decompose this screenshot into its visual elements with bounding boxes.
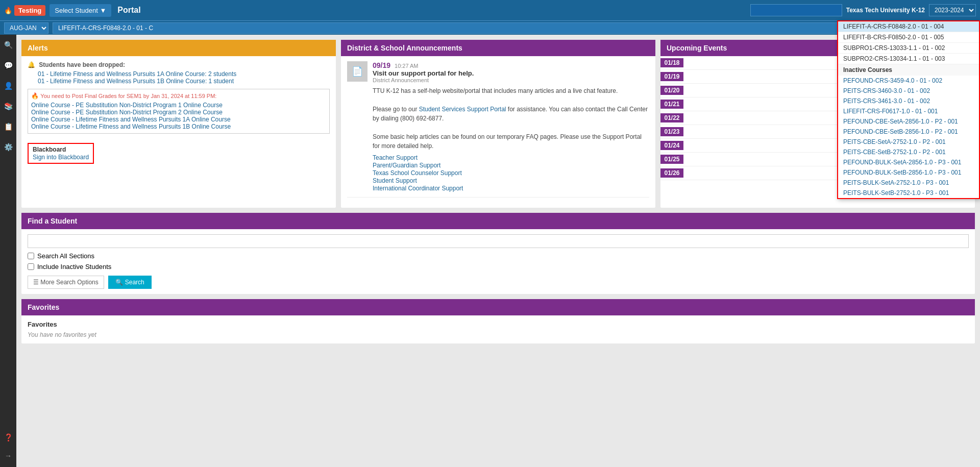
deadline-title: You need to Post Final Grades for SEM1 b…: [40, 93, 216, 99]
alert-dropped: 🔔 Students have been dropped: 01 - Lifet…: [28, 61, 330, 85]
dropped-link-2[interactable]: 01 - Lifetime Fitness and Wellness Pursu…: [38, 78, 234, 85]
sidebar: 🔍 💬 👤 📚 📋 ⚙️ ❓ →: [0, 35, 16, 467]
favorites-card: Favorites Favorites You have no favorite…: [21, 299, 975, 343]
counselor-support-link[interactable]: Texas School Counselor Support: [373, 169, 462, 177]
deadline-link-4[interactable]: Online Course - Lifetime Fitness and Wel…: [31, 123, 231, 130]
deadline-link-2[interactable]: Online Course - PE Substitution Non-Dist…: [31, 109, 223, 116]
event-date-0119: 01/19: [660, 72, 683, 81]
ann-type: District Announcement: [373, 77, 649, 83]
include-inactive-row: Include Inactive Students: [28, 263, 969, 271]
dropdown-inactive-9[interactable]: PEFOUND-BULK-SetA-2856-1.0 - P3 - 001: [838, 157, 979, 167]
testing-badge: Testing: [14, 5, 45, 16]
blackboard-link[interactable]: Sign into Blackboard: [33, 154, 89, 161]
include-inactive-checkbox[interactable]: [28, 263, 34, 270]
favorites-body: Favorites You have no favorites yet: [21, 315, 975, 343]
list-icon: ☰: [33, 279, 39, 286]
alerts-body: 🔔 Students have been dropped: 01 - Lifet…: [21, 56, 336, 169]
favorites-subtitle: Favorites: [28, 321, 969, 328]
year-dropdown[interactable]: 2023-2024: [929, 4, 976, 16]
course-dropdown-panel: LIFEFIT-A-CRS-F0848-2.0 - 01 - 004 LIFEF…: [837, 20, 980, 199]
event-date-0123: 01/23: [660, 127, 683, 136]
portal-label: Portal: [117, 6, 140, 15]
sidebar-icon-book[interactable]: 📚: [2, 100, 14, 112]
announcement-item-1: 📄 09/19 10:27 AM Visit our support porta…: [347, 61, 649, 198]
sidebar-icon-search[interactable]: 🔍: [2, 39, 14, 51]
sidebar-icon-chat[interactable]: 💬: [2, 59, 14, 71]
three-col-section: Alerts 🔔 Students have been dropped: 01 …: [21, 40, 975, 208]
more-options-button[interactable]: ☰ More Search Options: [28, 276, 104, 289]
alerts-card: Alerts 🔔 Students have been dropped: 01 …: [21, 40, 336, 208]
search-button[interactable]: 🔍 Search: [108, 276, 152, 289]
select-student-button[interactable]: Select Student ▼: [50, 4, 111, 17]
announcements-card: District & School Announcements 📄 09/19 …: [341, 40, 655, 208]
blackboard-box: Blackboard Sign into Blackboard: [28, 143, 94, 164]
dropdown-item-lifefit-a[interactable]: LIFEFIT-A-CRS-F0848-2.0 - 01 - 004: [838, 21, 979, 32]
dropdown-inactive-7[interactable]: PEITS-CBE-SetA-2752-1.0 - P2 - 001: [838, 137, 979, 147]
dropdown-inactive-12[interactable]: PEITS-BULK-SetB-2752-1.0 - P3 - 001: [838, 188, 979, 198]
dropped-title: Students have been dropped:: [39, 61, 125, 68]
bell-icon: 🔔: [28, 61, 35, 68]
dropdown-inactive-6[interactable]: PEFOUND-CBE-SetB-2856-1.0 - P2 - 001: [838, 127, 979, 137]
institution-label: Texas Tech University K-12: [846, 7, 925, 14]
dropdown-inactive-11[interactable]: PEITS-BULK-SetA-2752-1.0 - P3 - 001: [838, 178, 979, 188]
announcement-content: 09/19 10:27 AM Visit our support portal …: [373, 61, 649, 192]
dropdown-inactive-2[interactable]: PEITS-CRS-3460-3.0 - 01 - 002: [838, 86, 979, 96]
find-student-card: Find a Student Search All Sections Inclu…: [21, 213, 975, 294]
event-date-0124: 01/24: [660, 141, 683, 150]
event-date-0120: 01/20: [660, 86, 683, 95]
dropdown-inactive-3[interactable]: PEITS-CRS-3461-3.0 - 01 - 002: [838, 96, 979, 106]
main-layout: 🔍 💬 👤 📚 📋 ⚙️ ❓ → Alerts 🔔 Students have …: [0, 35, 980, 467]
sidebar-icon-arrow[interactable]: →: [2, 450, 14, 462]
student-services-link[interactable]: Student Services Support Portal: [419, 106, 506, 113]
search-input-row: [28, 234, 969, 248]
aug-jan-select[interactable]: AUG-JAN: [4, 22, 48, 34]
parent-support-link[interactable]: Parent/Guardian Support: [373, 162, 440, 169]
intl-support-link[interactable]: International Coordinator Support: [373, 185, 463, 192]
event-date-0121: 01/21: [660, 100, 683, 109]
deadline-link-1[interactable]: Online Course - PE Substitution Non-Dist…: [31, 102, 223, 109]
search-all-sections-checkbox[interactable]: [28, 253, 34, 259]
dropped-link-1[interactable]: 01 - Lifetime Fitness and Wellness Pursu…: [38, 70, 236, 78]
top-bar: 🔥 Testing Select Student ▼ Portal Texas …: [0, 0, 980, 20]
sidebar-icon-user[interactable]: 👤: [2, 80, 14, 92]
second-bar: AUG-JAN LIFEFIT-A-CRS-F0848-2.0 - 01 - C: [0, 20, 980, 35]
dropdown-item-subpro2[interactable]: SUBPRO2-CRS-13034-1.1 - 01 - 003: [838, 54, 979, 64]
find-student-input[interactable]: [28, 234, 969, 248]
ann-links: Teacher Support Parent/Guardian Support …: [373, 154, 649, 192]
top-bar-right: Texas Tech University K-12 2023-2024: [750, 4, 976, 16]
dropdown-item-subpro1[interactable]: SUBPRO1-CRS-13033-1.1 - 01 - 002: [838, 43, 979, 54]
sidebar-icon-settings[interactable]: ⚙️: [2, 141, 14, 153]
deadline-link-3[interactable]: Online Course - Lifetime Fitness and Wel…: [31, 116, 231, 123]
event-date-0118: 01/18: [660, 58, 683, 67]
sidebar-bottom: ❓ →: [2, 431, 14, 467]
dropdown-inactive-1[interactable]: PEFOUND-CRS-3459-4.0 - 01 - 002: [838, 76, 979, 86]
teacher-support-link[interactable]: Teacher Support: [373, 154, 418, 161]
ann-title: Visit our support portal for help.: [373, 69, 649, 77]
dropdown-item-lifefit-b[interactable]: LIFEFIT-B-CRS-F0850-2.0 - 01 - 005: [838, 32, 979, 43]
favorites-empty: You have no favorites yet: [28, 331, 969, 338]
dropdown-inactive-5[interactable]: PEFOUND-CBE-SetA-2856-1.0 - P2 - 001: [838, 116, 979, 127]
favorites-header: Favorites: [21, 299, 975, 315]
ann-time: 10:27 AM: [395, 63, 418, 69]
include-inactive-label: Include Inactive Students: [37, 263, 111, 271]
announcement-icon: 📄: [347, 61, 368, 82]
ann-body: TTU K-12 has a self-help website/portal …: [373, 86, 649, 151]
announcements-header: District & School Announcements: [341, 40, 655, 56]
event-date-0122: 01/22: [660, 113, 683, 122]
blackboard-title: Blackboard: [33, 146, 89, 153]
search-actions: ☰ More Search Options 🔍 Search: [28, 276, 969, 289]
student-support-link[interactable]: Student Support: [373, 177, 417, 184]
announcements-body: 📄 09/19 10:27 AM Visit our support porta…: [341, 56, 655, 208]
sidebar-icon-help[interactable]: ❓: [2, 431, 14, 444]
dropdown-inactive-4[interactable]: LIFEFIT-CRS-F0617-1.0 - 01 - 001: [838, 106, 979, 116]
search-icon: 🔍: [115, 279, 123, 286]
search-all-sections-label: Search All Sections: [37, 252, 94, 260]
top-search-input[interactable]: [750, 4, 842, 16]
sidebar-icon-list[interactable]: 📋: [2, 120, 14, 133]
main-content: Alerts 🔔 Students have been dropped: 01 …: [16, 35, 980, 467]
inactive-courses-header: Inactive Courses: [838, 64, 979, 76]
dropdown-inactive-8[interactable]: PEITS-CBE-SetB-2752-1.0 - P2 - 001: [838, 147, 979, 157]
search-all-sections-row: Search All Sections: [28, 252, 969, 260]
dropdown-inactive-10[interactable]: PEFOUND-BULK-SetB-2856-1.0 - P3 - 001: [838, 167, 979, 178]
alerts-header: Alerts: [21, 40, 336, 56]
